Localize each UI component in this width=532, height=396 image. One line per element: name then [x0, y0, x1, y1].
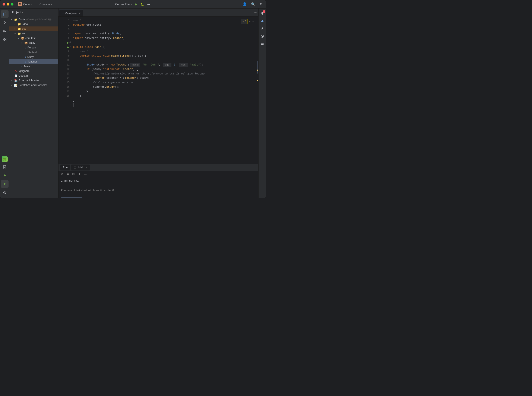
token: import [73, 36, 83, 41]
scrollbar-thumb [257, 61, 257, 74]
token: if [86, 67, 90, 72]
tree-item-entity[interactable]: ▾ 📦 entity [9, 41, 58, 45]
tree-item-person[interactable]: ○ Person [9, 45, 58, 50]
editor-scrollbar[interactable] [256, 17, 258, 164]
rerun-button[interactable]: ↺ [60, 172, 65, 176]
warning-up-button[interactable]: ∧ [249, 20, 251, 23]
tree-item-scratches[interactable]: › 📝 Scratches and Consoles [9, 83, 58, 87]
restore-button[interactable]: ⊡ [71, 172, 76, 176]
run-tab[interactable]: Run [60, 164, 70, 170]
run-button[interactable]: ▶ [134, 2, 138, 7]
tab-bar-more[interactable]: ••• [254, 11, 257, 14]
code-editor[interactable]: ⚠ 3 ∧ ∨ new * package com.test; [71, 17, 256, 164]
tree-item-idea[interactable]: › 📁 .idea [9, 22, 58, 26]
left-icon-bar: 🌿 [0, 9, 9, 198]
chevron-right-icon: › [11, 84, 14, 86]
tree-item-out[interactable]: › 📁 out [9, 26, 58, 31]
tools-icon[interactable] [1, 189, 9, 196]
code-line-7: public static void main(String[] args) { [73, 54, 254, 58]
run-tab-close[interactable]: ✕ [85, 166, 87, 169]
code-line-16: } [73, 94, 254, 98]
token [73, 54, 80, 58]
settings-button[interactable]: ⚙ [259, 2, 263, 7]
more-options-button[interactable]: ••• [83, 172, 88, 176]
tree-item-src[interactable]: ▾ 📁 src [9, 31, 58, 36]
main-run-tab[interactable]: Main ✕ [71, 164, 90, 170]
token: "male" [190, 63, 200, 67]
warning-indicator[interactable]: ⚠ 3 [241, 19, 248, 24]
editor-tab-main-java[interactable]: ○ Main.java ✕ [59, 10, 83, 17]
svg-marker-13 [4, 174, 6, 177]
tree-item-student[interactable]: ○ Student [9, 50, 58, 55]
sidebar: Project ▾ ▾ 📁 Code ~/Desktop/CS/JavaSE基 … [9, 9, 59, 198]
line-num-6: ▶ 6 [59, 41, 71, 45]
ai-icon[interactable] [259, 26, 265, 32]
token: static [91, 54, 101, 58]
editor-body: 1 2 3 4 5 ▶ 6 ▶ 7 8 [59, 17, 258, 198]
branch-name: master [42, 3, 50, 6]
tree-item-code-root[interactable]: ▾ 📁 Code ~/Desktop/CS/JavaSE基 [9, 17, 58, 22]
run-panel-icon2[interactable] [1, 180, 9, 188]
sidebar-header[interactable]: Project ▾ [9, 9, 58, 16]
chevron-right-icon: › [15, 28, 18, 30]
tree-item-study[interactable]: ℹ Study [9, 55, 58, 59]
sidebar-toggle-collab[interactable] [1, 27, 9, 35]
sidebar-toggle-commit[interactable] [1, 19, 9, 26]
token [73, 63, 86, 67]
minimize-button[interactable] [7, 3, 9, 6]
code-line-11: //directly determine whether the referen… [73, 72, 254, 76]
token: ; [119, 32, 121, 36]
svg-point-17 [262, 36, 263, 37]
plugin-icon[interactable]: 🌿 [2, 156, 8, 162]
tree-item-gitignore[interactable]: 🚫 .gitignore [9, 69, 58, 73]
close-button[interactable] [3, 3, 5, 6]
run-panel-icon[interactable] [1, 172, 9, 179]
class-icon: ○ [25, 60, 26, 63]
tree-item-com-test[interactable]: ▾ 📦 com.test [9, 36, 58, 41]
tree-label-student: Student [28, 51, 37, 54]
run-inline-button-7[interactable]: ▶ [67, 46, 69, 49]
warning-down-button[interactable]: ∨ [252, 20, 254, 23]
run-inline-button-6[interactable]: ▶ [67, 41, 69, 44]
tree-item-main[interactable]: ○ Main [9, 64, 58, 69]
project-selector[interactable]: C Code ▾ [18, 2, 33, 6]
run-config-selector[interactable]: Current File ▾ [115, 3, 133, 6]
collab-icon[interactable] [259, 18, 265, 24]
svg-point-15 [262, 20, 263, 21]
tree-item-codeiml[interactable]: 📄 Code.iml [9, 73, 58, 78]
maximize-button[interactable] [11, 3, 13, 6]
copilot-icon[interactable] [259, 33, 265, 39]
code-line-14: teacher.study(); [73, 85, 254, 89]
branch-selector[interactable]: ⎇ master ▾ [38, 3, 53, 6]
tree-label-study: Study [27, 55, 34, 58]
code-line-15: } [73, 89, 254, 94]
users-button[interactable]: 👤 [242, 2, 248, 7]
code-line-18[interactable] [73, 103, 254, 107]
scrollbar-marker-1 [257, 70, 258, 71]
svg-marker-14 [4, 183, 6, 185]
icon-bar-bottom: 🌿 [1, 156, 9, 196]
scroll-end-button[interactable]: ⬇ [77, 172, 82, 176]
debug-button[interactable]: 🐛 [139, 2, 145, 6]
line-num-2: 2 [59, 23, 71, 27]
notifications-button[interactable]: ! [259, 10, 265, 16]
tree-item-external-libs[interactable]: › 📚 External Libraries [9, 78, 58, 83]
bookmarks-icon[interactable] [1, 163, 9, 171]
tab-close-button[interactable]: ✕ [79, 12, 81, 15]
token [73, 67, 86, 72]
stop-button[interactable]: ■ [66, 172, 70, 176]
bottom-scrollbar[interactable] [59, 196, 258, 198]
tree-label-scratches: Scratches and Consoles [18, 84, 47, 87]
token: com.test.entity. [83, 32, 112, 36]
second-collab-icon[interactable] [259, 41, 265, 47]
sidebar-toggle-project[interactable] [1, 10, 9, 18]
search-button[interactable]: 🔍 [250, 2, 256, 7]
more-run-options[interactable]: ••• [146, 2, 151, 6]
traffic-lights [3, 3, 13, 6]
sidebar-toggle-structure[interactable] [1, 36, 9, 44]
branch-dropdown-icon: ▾ [51, 3, 53, 6]
ghost-label-2: new * [80, 49, 88, 54]
tree-label-external-libs: External Libraries [18, 79, 39, 82]
token: Teacher [111, 36, 123, 41]
tree-item-teacher[interactable]: ○ Teacher [9, 59, 58, 64]
